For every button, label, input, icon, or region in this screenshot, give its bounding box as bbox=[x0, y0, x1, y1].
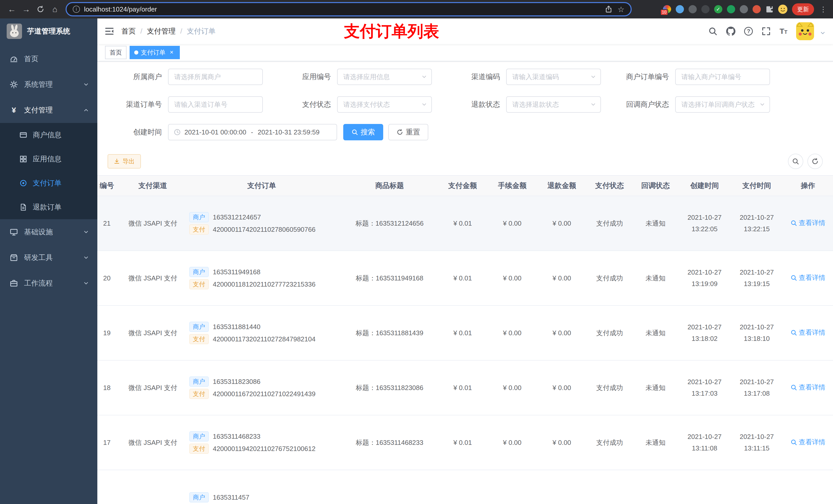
col-notify: 回调状态 bbox=[633, 175, 678, 196]
merchant-tag: 商户 bbox=[189, 212, 209, 222]
export-button[interactable]: 导出 bbox=[108, 154, 141, 169]
browser-update-button[interactable]: 更新 bbox=[792, 3, 814, 15]
extension-icon[interactable] bbox=[740, 5, 748, 13]
sidebar-item-devtools[interactable]: 研发工具 bbox=[0, 245, 97, 270]
tag-pay-order[interactable]: 支付订单 × bbox=[129, 46, 180, 59]
search-icon[interactable] bbox=[708, 27, 717, 36]
col-id: 编号 bbox=[97, 175, 123, 196]
profile-avatar[interactable] bbox=[778, 5, 787, 14]
avatar-dropdown-icon[interactable] bbox=[820, 30, 826, 36]
navbar-actions: ? TT bbox=[708, 22, 833, 40]
extension-icon[interactable] bbox=[676, 5, 684, 13]
status-text: 支付成功 bbox=[587, 415, 633, 470]
tag-home[interactable]: 首页 bbox=[105, 46, 126, 59]
callback-status-filter-select[interactable]: 请选择订单回调商户状态 bbox=[675, 96, 770, 113]
extension-icon[interactable]: 10 bbox=[663, 5, 671, 13]
col-actions: 操作 bbox=[783, 175, 833, 196]
hamburger-icon[interactable] bbox=[97, 19, 121, 44]
view-detail-link[interactable]: 查看详情 bbox=[790, 438, 825, 447]
extension-icon[interactable] bbox=[727, 5, 735, 13]
bookmark-icon[interactable]: ☆ bbox=[618, 5, 624, 14]
col-create-time: 创建时间 bbox=[679, 175, 731, 196]
merchant-filter-input[interactable] bbox=[168, 69, 263, 85]
reload-icon[interactable] bbox=[34, 3, 47, 16]
chevron-down-icon bbox=[759, 101, 765, 107]
callback-status-filter-label: 回调商户状态 bbox=[615, 100, 675, 110]
yen-icon: ¥ bbox=[10, 106, 18, 114]
close-icon[interactable]: × bbox=[168, 49, 175, 56]
clock-icon bbox=[174, 128, 181, 136]
extension-icon[interactable] bbox=[753, 5, 761, 13]
font-size-icon[interactable]: TT bbox=[780, 27, 787, 35]
col-fee: 手续金额 bbox=[487, 175, 537, 196]
site-info-icon[interactable]: i bbox=[73, 6, 80, 13]
sidebar-item-system[interactable]: 系统管理 bbox=[0, 72, 97, 97]
target-icon bbox=[20, 179, 27, 187]
table-toolbar: 导出 bbox=[108, 154, 823, 169]
status-text: 支付成功 bbox=[587, 360, 633, 415]
user-avatar[interactable] bbox=[796, 22, 814, 40]
refresh-icon bbox=[397, 129, 403, 136]
download-icon bbox=[114, 158, 120, 164]
extension-icon[interactable]: ✓ bbox=[714, 5, 722, 13]
url-text: localhost:1024/pay/order bbox=[84, 5, 157, 13]
date-end-value: 2021-10-31 23:59:59 bbox=[258, 128, 319, 136]
col-amount: 支付金额 bbox=[438, 175, 487, 196]
sidebar-item-refund-order[interactable]: 退款订单 bbox=[0, 195, 97, 219]
chevron-down-icon bbox=[83, 229, 89, 235]
sidebar-item-pay[interactable]: ¥ 支付管理 bbox=[0, 97, 97, 123]
browser-toolbar: ← → ⌂ i localhost:1024/pay/order ☆ 10 ✓ bbox=[0, 0, 833, 19]
pay-status-filter-label: 支付状态 bbox=[277, 100, 337, 110]
merchant-tag: 商户 bbox=[189, 377, 209, 387]
chevron-down-icon bbox=[83, 280, 89, 286]
address-bar[interactable]: i localhost:1024/pay/order ☆ bbox=[66, 2, 632, 16]
pay-tag: 支付 bbox=[189, 443, 209, 454]
channel-order-no-filter-input[interactable] bbox=[168, 96, 263, 113]
app-filter-label: 应用编号 bbox=[277, 72, 337, 82]
search-button[interactable]: 搜索 bbox=[343, 124, 383, 140]
sidebar-item-workflow[interactable]: 工作流程 bbox=[0, 270, 97, 296]
sidebar-item-home[interactable]: 首页 bbox=[0, 46, 97, 72]
table-row: 18 微信 JSAPI 支付 商户1635311823086 支付4200001… bbox=[97, 360, 833, 415]
pay-status-filter-select[interactable]: 请选择支付状态 bbox=[337, 96, 432, 113]
sidebar-item-infra[interactable]: 基础设施 bbox=[0, 219, 97, 245]
search-icon bbox=[790, 439, 797, 446]
create-time-filter-label: 创建时间 bbox=[108, 127, 168, 137]
extension-icon[interactable] bbox=[701, 5, 710, 13]
back-icon[interactable]: ← bbox=[5, 3, 19, 16]
create-time-range-picker[interactable]: 2021-10-01 00:00:00 - 2021-10-31 23:59:5… bbox=[168, 124, 337, 140]
screen: ← → ⌂ i localhost:1024/pay/order ☆ 10 ✓ bbox=[0, 0, 833, 504]
channel-code-filter-select[interactable]: 请输入渠道编码 bbox=[506, 69, 601, 85]
view-detail-link[interactable]: 查看详情 bbox=[790, 328, 825, 337]
sidebar-item-merchant-info[interactable]: 商户信息 bbox=[0, 123, 97, 147]
extensions-puzzle-icon[interactable] bbox=[765, 5, 774, 13]
fullscreen-icon[interactable] bbox=[762, 27, 771, 36]
home-icon[interactable]: ⌂ bbox=[48, 3, 62, 16]
view-detail-link[interactable]: 查看详情 bbox=[790, 273, 825, 282]
forward-icon[interactable]: → bbox=[20, 3, 33, 16]
sidebar-item-app-info[interactable]: 应用信息 bbox=[0, 147, 97, 171]
channel-order-no-filter-label: 渠道订单号 bbox=[108, 100, 168, 110]
chevron-down-icon bbox=[421, 101, 427, 107]
extension-icon[interactable] bbox=[689, 5, 697, 13]
refresh-table-button[interactable] bbox=[807, 154, 823, 169]
merchant-filter-label: 所属商户 bbox=[108, 72, 168, 82]
search-icon bbox=[790, 220, 797, 226]
sidebar-item-pay-order[interactable]: 支付订单 bbox=[0, 171, 97, 195]
help-icon[interactable]: ? bbox=[744, 27, 753, 35]
github-icon[interactable] bbox=[726, 27, 735, 36]
breadcrumb-pay: 支付管理 bbox=[147, 26, 176, 36]
chevron-down-icon bbox=[590, 74, 596, 80]
col-title: 商品标题 bbox=[341, 175, 438, 196]
breadcrumb-current: 支付订单 bbox=[187, 26, 216, 36]
view-detail-link[interactable]: 查看详情 bbox=[790, 383, 825, 392]
refund-status-filter-select[interactable]: 请选择退款状态 bbox=[506, 96, 601, 113]
browser-menu-icon[interactable]: ⋮ bbox=[819, 5, 828, 14]
breadcrumb-home[interactable]: 首页 bbox=[121, 26, 136, 36]
app-filter-select[interactable]: 请选择应用信息 bbox=[337, 69, 432, 85]
view-detail-link[interactable]: 查看详情 bbox=[790, 218, 825, 227]
merchant-order-no-filter-input[interactable] bbox=[675, 69, 770, 85]
share-icon[interactable] bbox=[605, 5, 613, 13]
reset-button[interactable]: 重置 bbox=[388, 124, 428, 140]
toggle-search-button[interactable] bbox=[788, 154, 803, 169]
